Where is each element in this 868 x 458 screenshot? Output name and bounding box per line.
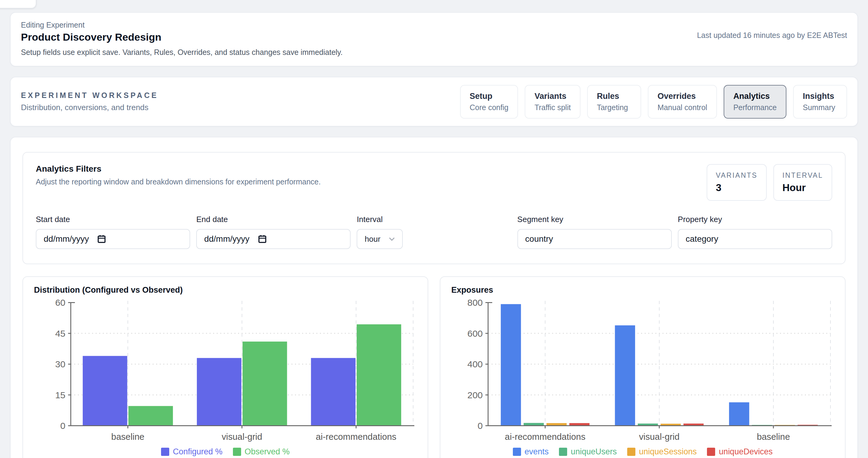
legend-label: Observed %	[245, 447, 290, 456]
y-tick-label: 400	[467, 359, 483, 369]
variants-stat-label: VARIANTS	[716, 171, 757, 180]
tab-label: Analytics	[733, 92, 777, 101]
legend-label: uniqueSessions	[639, 447, 697, 456]
y-tick-label: 600	[467, 329, 483, 338]
segment-key-field: Segment key	[518, 215, 672, 249]
legend-swatch	[161, 448, 169, 456]
x-tick-label: visual-grid	[639, 432, 680, 442]
bar-events-ai-recommendations	[501, 304, 521, 426]
page: Editing Experiment Product Discovery Red…	[0, 12, 868, 458]
legend-item: uniqueUsers	[559, 447, 617, 456]
interval-select[interactable]: hour	[356, 229, 403, 249]
bar-Configured %-visual-grid	[197, 358, 241, 426]
distribution-chart-title: Distribution (Configured vs Observed)	[34, 285, 417, 295]
charts-row: Distribution (Configured vs Observed) 01…	[23, 276, 845, 458]
bar-Observed %-visual-grid	[243, 341, 287, 426]
tab-label: Insights	[803, 92, 837, 101]
distribution-chart-card: Distribution (Configured vs Observed) 01…	[23, 276, 428, 458]
end-date-value: dd/mm/yyyy	[204, 234, 249, 244]
page-title: Product Discovery Redesign	[21, 31, 343, 43]
interval-stat-value: Hour	[782, 182, 823, 193]
legend-label: events	[525, 447, 549, 456]
legend-label: Configured %	[173, 447, 223, 456]
tab-rules[interactable]: Rules Targeting	[587, 85, 641, 119]
x-tick-label: ai-recommendations	[505, 432, 586, 442]
last-updated: Last updated 16 minutes ago by E2E ABTes…	[697, 31, 847, 57]
tab-sublabel: Targeting	[597, 103, 631, 112]
x-tick-label: baseline	[111, 432, 144, 442]
legend-swatch	[707, 448, 715, 456]
interval-field: Interval hour	[356, 215, 511, 249]
tab-label: Setup	[470, 92, 508, 101]
start-date-label: Start date	[36, 215, 190, 224]
legend-item: Observed %	[233, 447, 290, 456]
variants-stat-value: 3	[716, 182, 757, 193]
legend-swatch	[233, 448, 241, 456]
tab-analytics[interactable]: Analytics Performance	[724, 85, 786, 119]
interval-stat: INTERVAL Hour	[773, 164, 832, 201]
legend-item: uniqueDevices	[707, 447, 772, 456]
tab-sublabel: Manual control	[657, 103, 707, 112]
distribution-chart: 015304560baselinevisual-gridai-recommend…	[34, 297, 417, 447]
tab-insights[interactable]: Insights Summary	[793, 85, 847, 119]
segment-key-input[interactable]	[518, 229, 672, 249]
property-key-input[interactable]	[678, 229, 832, 249]
y-tick-label: 45	[55, 329, 65, 338]
interval-stat-label: INTERVAL	[782, 171, 823, 180]
tab-sublabel: Traffic split	[534, 103, 570, 112]
legend-item: Configured %	[161, 447, 223, 456]
x-tick-label: ai-recommendations	[316, 432, 396, 442]
exposures-chart-title: Exposures	[451, 285, 834, 295]
bar-events-visual-grid	[615, 326, 636, 426]
bar-Configured %-baseline	[83, 356, 127, 426]
legend-swatch	[559, 448, 567, 456]
header-text: Editing Experiment Product Discovery Red…	[21, 21, 343, 57]
analytics-filters: Analytics Filters Adjust the reporting w…	[23, 152, 845, 264]
start-date-input[interactable]: dd/mm/yyyy	[36, 229, 190, 249]
header-description: Setup fields use explicit save. Variants…	[21, 48, 343, 57]
calendar-icon[interactable]	[257, 234, 267, 244]
bar-Observed %-ai-recommendations	[356, 324, 401, 426]
bar-events-baseline	[729, 402, 749, 426]
tab-label: Overrides	[657, 92, 707, 101]
exposures-chart: 0200400600800ai-recommendationsvisual-gr…	[451, 297, 834, 447]
end-date-input[interactable]: dd/mm/yyyy	[196, 229, 350, 249]
header-kicker: Editing Experiment	[21, 21, 343, 29]
x-tick-label: baseline	[757, 432, 790, 442]
tab-sublabel: Summary	[803, 103, 837, 112]
y-tick-label: 0	[478, 421, 483, 431]
bar-Observed %-baseline	[128, 406, 173, 426]
start-date-value: dd/mm/yyyy	[44, 234, 89, 244]
y-tick-label: 30	[55, 359, 65, 369]
filter-fields: Start date dd/mm/yyyy End date	[36, 215, 832, 249]
start-date-field: Start date dd/mm/yyyy	[36, 215, 190, 249]
interval-label: Interval	[356, 215, 511, 224]
legend-label: uniqueDevices	[719, 447, 772, 456]
legend-item: uniqueSessions	[627, 447, 697, 456]
interval-value: hour	[365, 235, 380, 244]
exposures-legend: eventsuniqueUsersuniqueSessionsuniqueDev…	[451, 447, 834, 456]
legend-swatch	[627, 448, 636, 456]
legend-label: uniqueUsers	[571, 447, 617, 456]
legend-item: events	[513, 447, 549, 456]
filters-heading: Analytics Filters Adjust the reporting w…	[36, 164, 320, 201]
tab-variants[interactable]: Variants Traffic split	[525, 85, 580, 119]
offscreen-card-edge	[0, 0, 36, 8]
end-date-field: End date dd/mm/yyyy	[196, 215, 350, 249]
filters-description: Adjust the reporting window and breakdow…	[36, 177, 320, 186]
workspace-heading: EXPERIMENT WORKSPACE Distribution, conve…	[21, 91, 158, 112]
variants-stat: VARIANTS 3	[707, 164, 766, 201]
page-header: Editing Experiment Product Discovery Red…	[10, 12, 858, 66]
filters-header: Analytics Filters Adjust the reporting w…	[36, 164, 832, 201]
distribution-legend: Configured %Observed %	[34, 447, 417, 456]
y-tick-label: 800	[467, 298, 483, 308]
exposures-chart-card: Exposures 0200400600800ai-recommendation…	[440, 276, 845, 458]
calendar-icon[interactable]	[97, 234, 106, 244]
tab-setup[interactable]: Setup Core config	[460, 85, 518, 119]
y-tick-label: 200	[467, 390, 483, 400]
legend-swatch	[513, 448, 521, 456]
chevron-down-icon	[389, 237, 395, 241]
filters-title: Analytics Filters	[36, 164, 320, 174]
tab-overrides[interactable]: Overrides Manual control	[648, 85, 717, 119]
x-tick-label: visual-grid	[222, 432, 262, 442]
